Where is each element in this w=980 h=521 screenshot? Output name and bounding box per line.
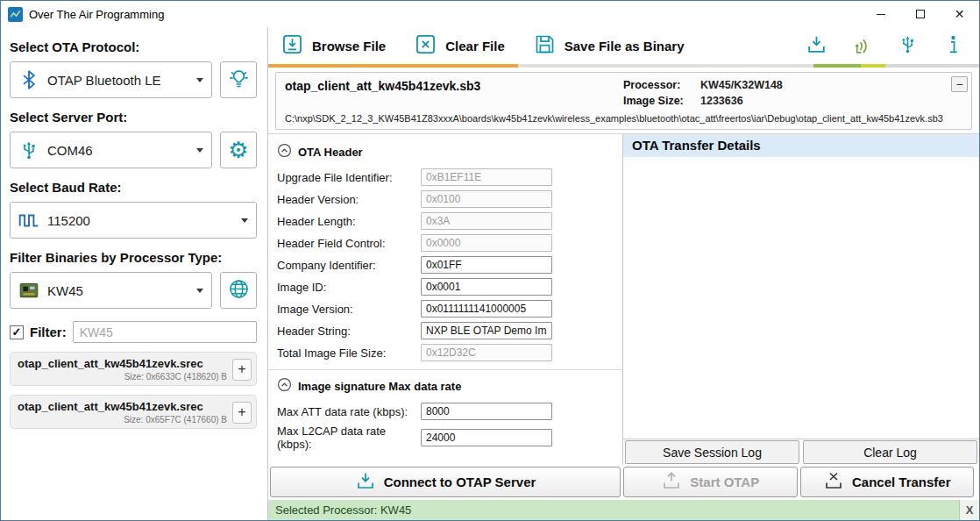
- add-binary-button[interactable]: +: [232, 402, 252, 424]
- wireless-icon: [851, 33, 873, 58]
- app-window: Over The Air Programming ✕ Select OTA Pr…: [0, 0, 980, 521]
- upgrade-file-identifier-input: [421, 168, 552, 186]
- image-size-label: Image Size:: [623, 95, 700, 107]
- processor-select[interactable]: KW45: [10, 272, 212, 309]
- form-row: Image Version:: [277, 300, 622, 318]
- collapse-panel-button[interactable]: −: [951, 76, 968, 92]
- processor-row: KW45: [10, 272, 257, 309]
- ota-form-column: OTA Header Upgrade File Identifier: Head…: [268, 134, 623, 465]
- image-id-label: Image ID:: [277, 281, 421, 294]
- collapse-chevron-icon[interactable]: [277, 377, 292, 395]
- connect-download-icon: [355, 470, 376, 494]
- log-buttons-row: Save Session Log Clear Log: [623, 439, 979, 465]
- window-body: Select OTA Protocol: OTAP Bluetooth LE S…: [1, 27, 979, 520]
- form-row: Header Length:: [277, 212, 622, 230]
- protocol-label: Select OTA Protocol:: [10, 39, 257, 54]
- bulb-icon: [227, 67, 251, 93]
- binary-list-item[interactable]: otap_client_att_kw45b41zevk.srec Size: 0…: [10, 352, 257, 386]
- form-row: Total Image File Size:: [277, 344, 622, 361]
- max-l2cap-rate-input[interactable]: [421, 429, 552, 446]
- file-path: C:\nxp\SDK_2_12_3_KW45B41Z83xxxA\boards\…: [285, 113, 947, 124]
- baud-row: 115200: [10, 202, 257, 239]
- status-close-button[interactable]: X: [959, 500, 979, 520]
- browse-processors-button[interactable]: [220, 272, 257, 309]
- upgrade-file-identifier-label: Upgrade File Identifier:: [277, 171, 421, 184]
- form-row: Max ATT data rate (kbps):: [277, 403, 622, 420]
- protocol-value: OTAP Bluetooth LE: [47, 73, 161, 88]
- max-att-rate-input[interactable]: [421, 403, 552, 420]
- identify-device-button[interactable]: [220, 61, 257, 98]
- check-icon: ✓: [12, 325, 22, 339]
- wireless-connection-button[interactable]: [850, 32, 874, 59]
- transfer-details-title: OTA Transfer Details: [623, 134, 979, 157]
- ota-header-title: OTA Header: [298, 146, 363, 159]
- form-row: Header Version:: [277, 190, 622, 208]
- port-settings-button[interactable]: ⚙: [220, 132, 257, 168]
- image-version-input[interactable]: [421, 300, 552, 318]
- connect-otap-server-button[interactable]: Connect to OTAP Server: [270, 467, 621, 497]
- usb-icon: [11, 139, 47, 161]
- minimize-button[interactable]: [861, 1, 900, 27]
- dropdown-arrow-icon: [196, 289, 203, 293]
- cancel-transfer-label: Cancel Transfer: [852, 475, 951, 489]
- filter-input[interactable]: [73, 321, 257, 343]
- company-identifier-label: Company Identifier:: [277, 259, 421, 272]
- port-value: COM46: [47, 143, 93, 158]
- collapse-chevron-icon[interactable]: [277, 143, 292, 161]
- browse-file-label: Browse File: [312, 39, 386, 54]
- start-otap-button: Start OTAP: [623, 467, 798, 497]
- binary-name: otap_client_att_kw45b41zevk.srec: [18, 400, 227, 413]
- clear-file-button[interactable]: Clear File: [410, 29, 508, 62]
- usb-connection-button[interactable]: [896, 32, 920, 59]
- header-string-input[interactable]: [421, 322, 552, 339]
- baud-select[interactable]: 115200: [10, 202, 257, 239]
- start-otap-label: Start OTAP: [690, 475, 759, 489]
- cancel-transfer-button[interactable]: Cancel Transfer: [800, 467, 975, 497]
- filter-label: Filter:: [30, 325, 67, 339]
- titlebar: Over The Air Programming ✕: [1, 1, 979, 27]
- globe-icon: [227, 277, 251, 303]
- processor-filter-label: Filter Binaries by Processor Type:: [10, 250, 257, 265]
- toolbar-right-icons: [805, 32, 970, 59]
- form-row: Company Identifier:: [277, 256, 622, 274]
- maximize-button[interactable]: [900, 1, 940, 27]
- toolbar-accent-line: [268, 64, 979, 68]
- protocol-select[interactable]: OTAP Bluetooth LE: [10, 61, 212, 98]
- connect-otap-server-label: Connect to OTAP Server: [384, 475, 536, 489]
- header-version-label: Header Version:: [277, 193, 421, 206]
- action-buttons-row: Connect to OTAP Server Start OTAP Cancel…: [268, 465, 979, 500]
- company-identifier-input[interactable]: [421, 256, 552, 274]
- total-image-file-size-input: [421, 344, 552, 361]
- save-binary-button[interactable]: Save File as Binary: [529, 29, 688, 62]
- port-select[interactable]: COM46: [10, 132, 212, 168]
- add-binary-button[interactable]: +: [232, 359, 252, 381]
- section-divider: [268, 369, 622, 370]
- file-clear-icon: [414, 32, 437, 59]
- save-session-log-button[interactable]: Save Session Log: [625, 440, 799, 464]
- image-id-input[interactable]: [421, 278, 552, 296]
- maximize-icon: [916, 10, 925, 18]
- filter-row: ✓ Filter:: [10, 321, 257, 343]
- binary-info: otap_client_att_kw45b41zevk.srec Size: 0…: [18, 357, 227, 382]
- binary-list-item[interactable]: otap_client_att_kw45b41zevk.srec Size: 0…: [10, 395, 257, 429]
- filter-checkbox[interactable]: ✓: [10, 325, 24, 339]
- binary-name: otap_client_att_kw45b41zevk.srec: [18, 357, 227, 370]
- info-button[interactable]: [941, 32, 965, 59]
- image-size-value: 1233636: [700, 95, 783, 107]
- form-row: Header String:: [277, 322, 622, 339]
- port-label: Select Server Port:: [10, 110, 257, 125]
- browse-file-button[interactable]: Browse File: [277, 29, 389, 62]
- binary-size: Size: 0x65F7C (417660) B: [18, 415, 227, 425]
- dropdown-arrow-icon: [241, 218, 248, 223]
- download-firmware-button[interactable]: [805, 32, 828, 59]
- info-icon: [942, 33, 964, 58]
- clear-log-button[interactable]: Clear Log: [803, 440, 977, 464]
- transfer-details-log: [623, 157, 979, 439]
- image-version-label: Image Version:: [277, 303, 421, 316]
- header-length-label: Header Length:: [277, 215, 421, 228]
- close-button[interactable]: ✕: [940, 1, 979, 27]
- gear-icon: ⚙: [228, 139, 248, 161]
- chip-icon: [11, 279, 47, 302]
- processor-value: KW45: [47, 283, 83, 298]
- header-length-input: [421, 212, 552, 230]
